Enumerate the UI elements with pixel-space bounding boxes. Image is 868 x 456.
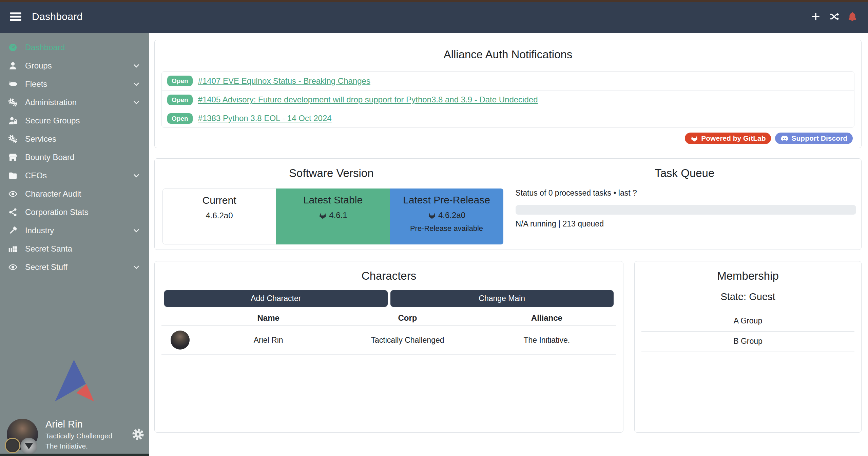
notification-link[interactable]: #1407 EVE Equinox Status - Breaking Chan…	[198, 76, 370, 86]
notification-item: Open #1383 Python 3.8 EOL - 14 Oct 2024	[162, 109, 854, 127]
software-version-panel: Software Version Current 4.6.2a0 Latest …	[154, 158, 862, 250]
prerelease-note: Pre-Release available	[390, 224, 503, 233]
plus-icon	[810, 11, 821, 22]
status-badge: Open	[167, 76, 193, 86]
user-card: Ariel Rin Tactically Challenged The Init…	[7, 417, 144, 451]
task-queue-summary: N/A running | 213 queued	[516, 219, 856, 229]
bell-icon	[847, 11, 858, 22]
add-character-button[interactable]: Add Character	[164, 290, 388, 307]
main-content: Alliance Auth Notifications Open #1407 E…	[149, 33, 868, 456]
sidebar-divider	[0, 409, 149, 409]
prerelease-version: 4.6.2a0	[438, 211, 465, 220]
eye-icon	[8, 189, 22, 199]
shuffle-icon	[829, 11, 840, 22]
sidebar-item-corporation-stats[interactable]: Corporation Stats	[0, 203, 149, 221]
sidebar-item-character-audit[interactable]: Character Audit	[0, 185, 149, 203]
sidebar-item-secure-groups[interactable]: Secure Groups	[0, 112, 149, 130]
sidebar-item-secret-stuff[interactable]: Secret Stuff	[0, 258, 149, 276]
user-name: Ariel Rin	[45, 419, 112, 430]
sidebar-item-services[interactable]: Services	[0, 130, 149, 148]
table-row: Ariel Rin Tactically Challenged The Init…	[161, 326, 616, 355]
notification-link[interactable]: #1405 Advisory: Future development will …	[198, 95, 538, 104]
gears-icon	[8, 97, 22, 107]
column-header-name: Name	[199, 313, 338, 323]
top-navbar: Dashboard	[0, 0, 868, 33]
status-badge: Open	[167, 95, 193, 105]
gitlab-icon	[428, 211, 436, 220]
notifications-panel: Alliance Auth Notifications Open #1407 E…	[154, 40, 862, 148]
current-version: 4.6.2a0	[163, 211, 276, 220]
sidebar-item-label: Bounty Board	[25, 153, 74, 162]
membership-groups-list: A Group B Group	[641, 311, 854, 352]
sidebar-item-secret-santa[interactable]: Secret Santa	[0, 240, 149, 258]
user-avatar	[7, 419, 38, 450]
hammer-icon	[8, 225, 22, 236]
characters-table-header: Name Corp Alliance	[161, 311, 616, 326]
latest-stable-box: Latest Stable 4.6.1	[276, 189, 390, 244]
notifications-button[interactable]	[847, 11, 858, 22]
user-settings-button[interactable]	[132, 428, 144, 441]
sidebar-item-administration[interactable]: Administration	[0, 93, 149, 112]
user-lock-icon	[8, 116, 22, 126]
characters-table: Name Corp Alliance Ariel Rin Tactically …	[161, 311, 616, 355]
alliance-logo-badge	[20, 438, 37, 455]
sidebar-item-label: Industry	[25, 226, 54, 235]
notification-link[interactable]: #1383 Python 3.8 EOL - 14 Oct 2024	[198, 114, 332, 123]
sidebar-item-label: Dashboard	[25, 43, 65, 52]
hamburger-icon	[9, 10, 22, 23]
sidebar-item-ceos[interactable]: CEOs	[0, 166, 149, 185]
user-icon	[8, 61, 22, 71]
task-queue-title: Task Queue	[508, 159, 862, 180]
latest-prerelease-box: Latest Pre-Release 4.6.2a0 Pre-Release a…	[390, 189, 503, 244]
stable-version: 4.6.1	[329, 211, 347, 220]
gifts-icon	[8, 244, 22, 254]
menu-toggle-button[interactable]	[9, 10, 22, 23]
store-icon	[8, 152, 22, 162]
stable-label: Latest Stable	[276, 194, 390, 206]
folder-icon	[8, 171, 22, 181]
sidebar-item-label: Services	[25, 134, 56, 144]
sidebar-item-fleets[interactable]: Fleets	[0, 75, 149, 93]
chevron-down-icon	[132, 263, 140, 271]
notifications-list: Open #1407 EVE Equinox Status - Breaking…	[161, 71, 854, 128]
notification-item: Open #1407 EVE Equinox Status - Breaking…	[162, 72, 854, 90]
sidebar-item-label: CEOs	[25, 171, 47, 180]
sidebar-item-industry[interactable]: Industry	[0, 221, 149, 240]
task-queue-section: Task Queue Status of 0 processed tasks •…	[508, 159, 862, 250]
discord-icon	[780, 134, 789, 142]
share-icon	[8, 207, 22, 217]
current-label: Current	[163, 195, 276, 206]
gitlab-icon	[690, 134, 698, 142]
sidebar: Dashboard Groups Fleets Ad	[0, 33, 149, 456]
gear-icon	[132, 428, 144, 441]
gitlab-icon	[319, 211, 327, 220]
column-header-alliance: Alliance	[477, 313, 616, 323]
membership-title: Membership	[635, 261, 861, 282]
version-boxes: Current 4.6.2a0 Latest Stable 4.6.1 Late…	[162, 189, 503, 244]
prerelease-label: Latest Pre-Release	[390, 194, 503, 206]
spaceship-icon	[8, 79, 22, 89]
notification-item: Open #1405 Advisory: Future development …	[162, 90, 854, 109]
chevron-down-icon	[132, 226, 140, 235]
gears-icon	[8, 134, 22, 144]
user-corp: Tactically Challenged	[45, 432, 112, 440]
gauge-icon	[8, 42, 22, 53]
sidebar-item-label: Groups	[25, 61, 52, 71]
sidebar-item-label: Character Audit	[25, 189, 81, 199]
chevron-down-icon	[132, 62, 140, 70]
change-main-button[interactable]: Change Main	[390, 290, 614, 307]
sidebar-item-label: Secret Santa	[25, 244, 72, 254]
sidebar-item-groups[interactable]: Groups	[0, 57, 149, 75]
support-discord-badge[interactable]: Support Discord	[775, 133, 853, 144]
add-character-nav-button[interactable]	[810, 11, 821, 22]
status-badge: Open	[167, 113, 193, 124]
change-main-nav-button[interactable]	[829, 11, 840, 22]
sidebar-item-bounty-board[interactable]: Bounty Board	[0, 148, 149, 166]
membership-panel: Membership State: Guest A Group B Group	[634, 261, 862, 433]
powered-by-gitlab-badge[interactable]: Powered by GitLab	[685, 133, 771, 144]
character-corp: Tactically Challenged	[338, 336, 477, 345]
task-progress-bar	[516, 205, 856, 215]
eye-icon	[8, 262, 22, 272]
sidebar-item-dashboard[interactable]: Dashboard	[0, 38, 149, 57]
character-portrait	[171, 331, 190, 350]
